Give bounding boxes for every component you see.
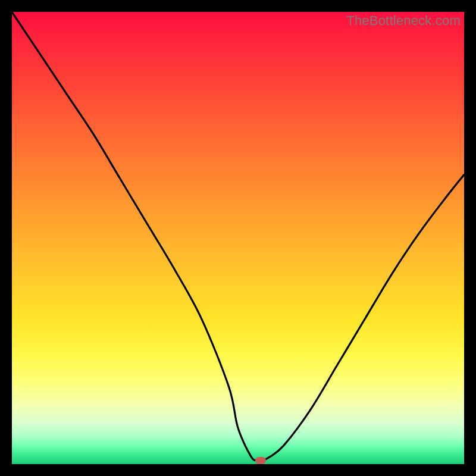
bottleneck-curve [12,12,464,464]
chart-frame: TheBottleneck.com [0,0,476,476]
optimum-marker [255,457,266,464]
plot-area: TheBottleneck.com [12,12,464,464]
